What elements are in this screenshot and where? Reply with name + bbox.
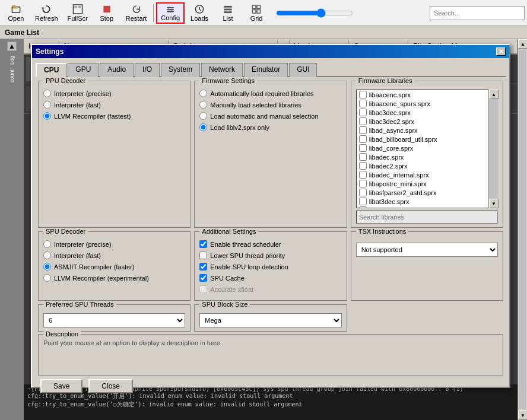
lib-search-input[interactable] [356, 211, 498, 224]
tsx-instructions-select[interactable]: Not supported [356, 243, 498, 257]
spu-llvm-recompiler[interactable]: LLVM Recompiler (experimental) [43, 274, 185, 282]
count-label: count [9, 69, 15, 82]
spu-block-size-select[interactable]: Mega [199, 313, 341, 327]
fullscr-button[interactable]: FullScr [64, 2, 92, 24]
tab-cpu[interactable]: CPU [36, 63, 66, 77]
tab-bar: CPU GPU Audio I/O System Network Emulato… [36, 62, 506, 77]
ppu-interpreter-fast[interactable]: Interpreter (fast) [43, 101, 185, 109]
tab-network[interactable]: Network [201, 63, 243, 77]
preferred-spu-threads-select[interactable]: 6 [43, 313, 185, 327]
svg-rect-11 [172, 8, 173, 10]
lib-item[interactable]: libad_billboard_util.sprx [357, 135, 497, 144]
ppu-llvm-recompiler[interactable]: LLVM Recompiler (fastest) [43, 112, 185, 120]
fw-liblv2-only[interactable]: Load liblv2.sprx only [199, 123, 341, 131]
tab-emulator[interactable]: Emulator [244, 63, 288, 77]
main-scroll-down[interactable]: ▼ [518, 411, 527, 420]
main-scroll-up[interactable]: ▲ [518, 39, 527, 49]
refresh-button[interactable]: Refresh [31, 2, 62, 24]
spu-decoder-group: SPU Decoder Interpreter (precise) Interp… [38, 231, 191, 301]
additional-settings-title: Additional Settings [199, 228, 258, 235]
open-button[interactable]: Open [2, 2, 30, 24]
dialog-title: Settings [36, 47, 64, 56]
config-icon [165, 5, 176, 14]
svg-rect-4 [74, 5, 77, 8]
close-button[interactable]: Close [88, 379, 133, 393]
fullscreen-icon [72, 4, 83, 14]
lib-item[interactable]: libadec2.sprx [357, 161, 497, 170]
lib-item[interactable]: libad_core.sprx [357, 144, 497, 152]
ppu-interpreter-precise[interactable]: Interpreter (precise) [43, 90, 185, 97]
log-label: Log [9, 56, 15, 65]
lib-item[interactable]: libasfparser2_astd.sprx [357, 188, 497, 197]
empty-col [351, 304, 503, 332]
check-spu-cache[interactable]: SPU Cache [199, 274, 341, 282]
lib-item[interactable]: libac3dec.sprx [357, 108, 497, 117]
check-spu-loop-detection[interactable]: Enable SPU loop detection [199, 263, 341, 271]
spu-interpreter-precise[interactable]: Interpreter (precise) [43, 240, 185, 248]
svg-rect-8 [167, 9, 174, 10]
list-button[interactable]: List [214, 2, 242, 24]
lib-item[interactable]: libac3dec2.sprx [357, 117, 497, 126]
tab-gui[interactable]: GUI [289, 63, 317, 77]
dialog-titlebar: Settings ✕ [32, 45, 509, 58]
firmware-libraries-title: Firmware Libraries [356, 77, 415, 84]
svg-rect-16 [224, 11, 231, 13]
spu-interpreter-fast[interactable]: Interpreter (fast) [43, 252, 185, 259]
additional-settings-group: Additional Settings Enable thread schedu… [194, 231, 347, 301]
settings-row2: SPU Decoder Interpreter (precise) Interp… [36, 231, 506, 301]
sidebar-scroll-up[interactable]: ▲ [7, 42, 17, 51]
tab-system[interactable]: System [161, 63, 200, 77]
fw-manual-load[interactable]: Manually load selected libraries [199, 101, 341, 109]
check-lower-spu-priority[interactable]: Lower SPU thread priority [199, 252, 341, 259]
loads-button[interactable]: Loads [186, 2, 213, 24]
lib-item[interactable]: libapostrc_mini.sprx [357, 179, 497, 188]
settings-dialog: Settings ✕ CPU GPU Audio I/O System Netw… [31, 44, 510, 388]
zoom-slider[interactable] [276, 8, 353, 18]
lib-item[interactable]: libaacenc_spurs.sprx [357, 99, 497, 108]
preferred-spu-threads-title: Preferred SPU Threads [43, 301, 116, 308]
lib-scroll-up[interactable]: ▲ [489, 90, 499, 99]
fw-auto-load[interactable]: Automatically load required libraries [199, 90, 341, 97]
lib-scrollbar[interactable]: ▲ ▼ [488, 90, 498, 208]
description-group: Description Point your mouse at an optio… [38, 334, 503, 376]
save-button[interactable]: Save [40, 379, 82, 393]
open-icon [11, 4, 21, 14]
check-thread-scheduler[interactable]: Enable thread scheduler [199, 240, 341, 248]
search-input[interactable] [430, 6, 525, 20]
lib-item[interactable]: libat3multidec.sprx [357, 206, 497, 208]
gamelist-title: Game List [5, 28, 39, 37]
svg-marker-2 [42, 7, 45, 9]
tab-io[interactable]: I/O [135, 63, 160, 77]
fw-auto-manual[interactable]: Load automatic and manual selection [199, 112, 341, 120]
restart-button[interactable]: Restart [122, 2, 151, 24]
spu-asmjit-recompiler[interactable]: ASMJIT Recompiler (faster) [43, 263, 185, 271]
svg-rect-14 [224, 5, 231, 7]
firmware-libraries-list[interactable]: libaacenc.sprxlibaacenc_spurs.sprxlibac3… [356, 90, 498, 208]
dialog-body: CPU GPU Audio I/O System Network Emulato… [32, 58, 509, 402]
lib-item[interactable]: libadec_internal.sprx [357, 170, 497, 179]
dialog-footer: Save Close [36, 376, 506, 398]
lib-item[interactable]: libadec.sprx [357, 152, 497, 161]
ppu-decoder-title: PPU Decoder [43, 77, 88, 84]
firmware-settings-title: Firmware Settings [199, 77, 257, 84]
check-accurate-xfloat[interactable]: Accurate xfloat [199, 285, 341, 293]
dialog-close-button[interactable]: ✕ [496, 47, 506, 56]
grid-icon [251, 4, 262, 14]
stop-button[interactable]: Stop [93, 2, 120, 24]
firmware-libraries-group: Firmware Libraries libaacenc.sprxlibaace… [351, 81, 503, 228]
lib-item[interactable]: libad_async.sprx [357, 126, 497, 135]
stop-icon [101, 4, 112, 14]
lib-item[interactable]: libaacenc.sprx [357, 90, 497, 99]
search-area [430, 6, 525, 20]
lib-item[interactable]: libat3dec.sprx [357, 197, 497, 206]
config-button[interactable]: Config [156, 2, 185, 24]
lib-scroll-down[interactable]: ▼ [489, 199, 499, 208]
grid-button[interactable]: Grid [243, 2, 270, 24]
ppu-decoder-group: PPU Decoder Interpreter (precise) Interp… [38, 81, 191, 228]
toolbar: Open Refresh FullScr Stop Restart [0, 0, 527, 26]
settings-columns: PPU Decoder Interpreter (precise) Interp… [36, 81, 506, 228]
tab-gpu[interactable]: GPU [68, 63, 99, 77]
dialog-overlay: Settings ✕ CPU GPU Audio I/O System Netw… [24, 39, 518, 420]
spu-block-size-group: SPU Block Size Mega [194, 304, 347, 332]
tab-audio[interactable]: Audio [100, 63, 134, 77]
